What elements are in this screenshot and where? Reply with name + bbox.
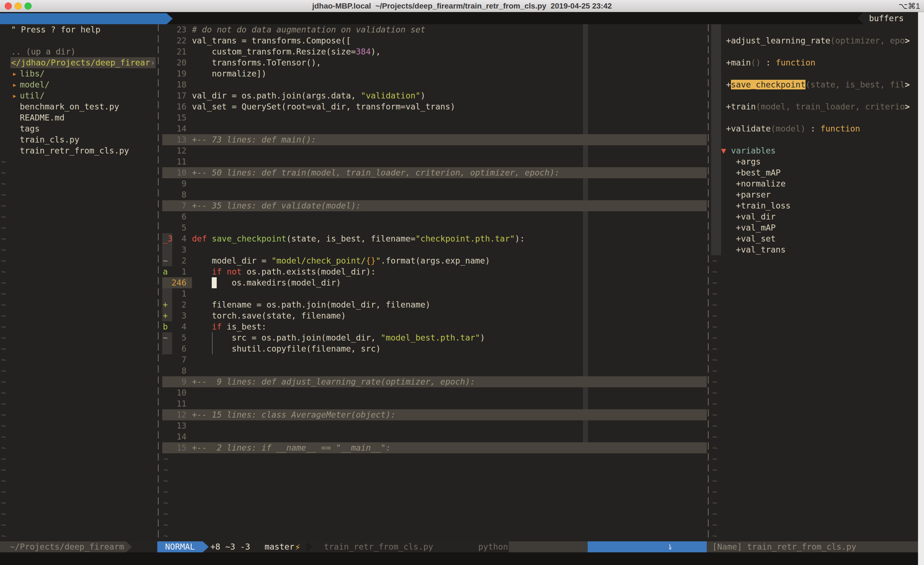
code-line[interactable]: if not os.path.exists(model_dir): (192, 266, 376, 277)
tagbar-entry[interactable]: +parser (726, 189, 771, 200)
empty-line-marker: ~ (712, 530, 717, 541)
powerline-arrow-icon (126, 541, 132, 552)
tagbar-entry[interactable]: +train(model, train_loader, criterio> (726, 101, 910, 112)
line-number: 14 (162, 123, 186, 134)
tagbar-kind-variables[interactable]: ▼ variables (721, 145, 776, 156)
tree-item-benchmark_on_testpy[interactable]: benchmark_on_test.py (20, 101, 119, 112)
tagbar-entry[interactable]: +train_loss (726, 200, 790, 211)
tagbar-entry[interactable]: +save_checkpoint(state, is_best, fil> (726, 79, 910, 90)
code-line[interactable]: def save_checkpoint(state, is_best, file… (192, 233, 525, 244)
empty-line-marker: ~ (712, 288, 717, 299)
tree-item-train_clspy[interactable]: train_cls.py (20, 134, 80, 145)
tree-item-train_retr_from_clspy[interactable]: train_retr_from_cls.py (20, 145, 129, 156)
tagbar-entry[interactable]: +val_dir (726, 211, 776, 222)
tagbar-entry[interactable]: +val_mAP (726, 222, 776, 233)
line-number: 4 (162, 233, 186, 244)
window-separator-icon[interactable] (708, 24, 709, 541)
empty-line-marker: ~ (1, 299, 6, 310)
code-line[interactable]: src = os.path.join(model_dir, "model_bes… (192, 332, 485, 343)
scrollbar[interactable] (918, 12, 924, 565)
empty-line-marker: ~ (1, 420, 6, 431)
statusline: ~/Projects/deep_firearm NORMAL +8 ~3 -3 … (0, 541, 918, 552)
code-line[interactable]: torch.save(state, filename) (192, 310, 346, 321)
empty-line-marker: ~ (1, 310, 6, 321)
empty-line-marker: ~ (1, 387, 6, 398)
line-number: 5 (162, 332, 186, 343)
line-number: 21 (162, 46, 186, 57)
line-number: 9 (162, 178, 186, 189)
line-number: 13 (162, 420, 186, 431)
empty-line-marker: ~ (164, 453, 168, 464)
git-branch-name: master (264, 541, 294, 552)
empty-line-marker: ~ (164, 519, 168, 530)
tagbar-entry[interactable]: +val_set (726, 233, 776, 244)
empty-line-marker: ~ (712, 277, 717, 288)
powerline-arrow-icon (858, 12, 864, 24)
tagbar-entry[interactable]: +val_trans (726, 244, 786, 255)
tagbar-entry[interactable]: +validate(model) : function (726, 123, 860, 134)
statusline-tree-path: ~/Projects/deep_firearm (0, 541, 126, 552)
code-line[interactable]: val_trans = transforms.Compose([ (192, 35, 351, 46)
command-line[interactable] (0, 552, 918, 565)
code-line[interactable]: model_dir = "model/check_point/{}".forma… (192, 255, 490, 266)
line-number: 12 (162, 145, 186, 156)
empty-line-marker: ~ (712, 266, 717, 277)
code-line[interactable]: +-- 50 lines: def train(model, train_loa… (192, 167, 560, 178)
empty-line-marker: ~ (712, 398, 717, 409)
code-line[interactable]: # do not do data augmentation on validat… (192, 24, 425, 35)
empty-line-marker: ~ (1, 189, 6, 200)
empty-line-marker: ~ (1, 409, 6, 420)
code-line[interactable]: normalize]) (192, 68, 267, 79)
code-line[interactable]: +-- 15 lines: class AverageMeter(object)… (192, 409, 396, 420)
tagbar-entry[interactable]: +best_mAP (726, 167, 781, 178)
line-number: 16 (162, 101, 186, 112)
code-line[interactable]: transforms.ToTensor(), (192, 57, 321, 68)
line-number: 15 (162, 112, 186, 123)
line-number: 8 (162, 365, 186, 376)
code-line[interactable]: val_set = QuerySet(root=val_dir, transfo… (192, 101, 455, 112)
code-line[interactable]: filename = os.path.join(model_dir, filen… (192, 299, 430, 310)
tree-item-util[interactable]: ▸util/ (12, 90, 17, 101)
tree-item-libs[interactable]: ▸libs/ (12, 68, 17, 79)
empty-line-marker: ~ (1, 211, 6, 222)
tree-item-model[interactable]: ▸model/ (12, 79, 17, 90)
window-separator-icon[interactable] (158, 24, 159, 541)
code-line[interactable]: +-- 73 lines: def main(): (192, 134, 316, 145)
powerline-arrow-icon (306, 541, 312, 552)
empty-line-marker: ~ (712, 321, 717, 332)
empty-line-marker: ~ (712, 420, 717, 431)
empty-line-marker: ~ (712, 299, 717, 310)
tagbar-statusline: [Name] train_retr_from_cls.py (707, 541, 918, 552)
tree-item-READMEmd[interactable]: README.md (20, 112, 64, 123)
code-line[interactable]: if is_best: (192, 321, 267, 332)
tagbar-entry[interactable]: +args (726, 156, 760, 167)
code-line[interactable]: +-- 35 lines: def validate(model): (192, 200, 361, 211)
empty-line-marker: ~ (1, 508, 6, 519)
tagbar-entry[interactable]: +main() : function (726, 57, 815, 68)
line-number: 14 (162, 431, 186, 442)
tagbar-entry[interactable]: +normalize (726, 178, 786, 189)
code-line[interactable]: shutil.copyfile(filename, src) (192, 343, 381, 354)
indent-guide-icon (212, 332, 213, 354)
buffers-label[interactable]: buffers (864, 12, 918, 24)
tab-train-retr-from-cls[interactable]: 1. train_retr_from_cls.py (0, 13, 166, 24)
line-number: 10 (162, 167, 186, 178)
search-highlight: save_checkpoint (731, 80, 806, 89)
tagbar-entry[interactable]: +adjust_learning_rate(optimizer, epo> (726, 35, 910, 46)
code-line[interactable]: +-- 2 lines: if __name__ == "__main__": (192, 442, 390, 453)
code-line[interactable]: +-- 9 lines: def adjust_learning_rate(op… (192, 376, 475, 387)
tree-item-tags[interactable]: tags (20, 123, 40, 134)
line-number: 9 (162, 376, 186, 387)
tree-root-path[interactable]: </jdhao/Projects/deep_firear› (11, 57, 150, 68)
code-line[interactable]: val_dir = os.path.join(args.data, "valid… (192, 90, 425, 101)
line-number: 6 (162, 343, 186, 354)
empty-line-marker: ~ (1, 233, 6, 244)
text-cursor[interactable] (212, 277, 217, 288)
tree-item-updir[interactable]: .. (up a dir) (11, 46, 76, 57)
line-number-icon: LN (669, 544, 672, 550)
empty-line-marker: ~ (1, 156, 6, 167)
code-line[interactable]: custom_transform.Resize(size=384), (192, 46, 381, 57)
empty-line-marker: ~ (712, 442, 717, 453)
empty-line-marker: ~ (1, 332, 6, 343)
line-number: 20 (162, 57, 186, 68)
